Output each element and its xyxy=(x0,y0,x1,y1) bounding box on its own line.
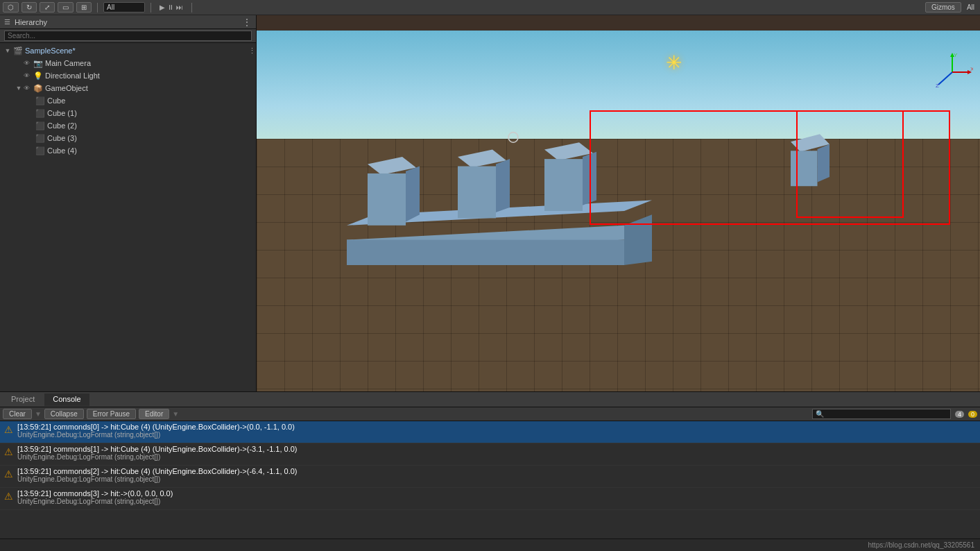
camera-icon: 📷 xyxy=(33,59,44,68)
scene-3d: ✳ xyxy=(257,31,980,391)
top-toolbar: ⬡ ↻ ⤢ ▭ ⊞ ▶ ⏸ ⏭ Gizmos All xyxy=(0,0,980,15)
light-icon: 💡 xyxy=(33,71,44,80)
layers-all-label: All xyxy=(964,3,977,11)
svg-text:X: X xyxy=(970,66,973,72)
hierarchy-search-bar xyxy=(0,29,256,43)
error-badge: 4 xyxy=(955,411,964,418)
console-search-input[interactable] xyxy=(812,409,951,419)
log-text-1: [13:59:21] commonds[1] -> hit:Cube (4) (… xyxy=(17,445,976,461)
tab-project[interactable]: Project xyxy=(3,393,43,406)
svg-marker-15 xyxy=(818,144,830,183)
gameobject-label: GameObject xyxy=(45,84,88,92)
tab-console[interactable]: Console xyxy=(44,393,89,406)
svg-line-20 xyxy=(938,72,952,85)
clear-button[interactable]: Clear xyxy=(3,409,32,419)
hierarchy-item-cube4[interactable]: ⬛ Cube (4) xyxy=(0,144,256,157)
log-text-3: [13:59:21] commonds[3] -> hit:->(0.0, 0.… xyxy=(17,489,976,505)
eye-camera[interactable]: 👁 xyxy=(24,60,30,67)
play-toolbar: ▶ ⏸ ⏭ xyxy=(157,3,186,11)
eye-gameobject[interactable]: 👁 xyxy=(24,85,30,92)
svg-marker-6 xyxy=(406,167,420,222)
gizmos-button[interactable]: Gizmos xyxy=(925,2,961,12)
hierarchy-item-cube1[interactable]: ⬛ Cube (1) xyxy=(0,107,256,119)
toolbar-separator-2 xyxy=(151,3,151,12)
url-text: https://blog.csdn.net/qq_33205561 xyxy=(868,541,974,549)
cube3-label: Cube (3) xyxy=(47,134,77,142)
cube2-icon: ⬛ xyxy=(35,121,46,130)
arrow-scene: ▼ xyxy=(3,47,12,54)
bottom-url-bar: https://blog.csdn.net/qq_33205561 xyxy=(0,539,980,551)
cube3-icon: ⬛ xyxy=(35,134,46,143)
cube4-icon: ⬛ xyxy=(35,146,46,155)
svg-marker-9 xyxy=(496,159,510,212)
gizmo-axis: X Y Z xyxy=(931,51,973,93)
hierarchy-item-main-camera[interactable]: 👁 📷 Main Camera xyxy=(0,57,256,69)
cube2-label: Cube (2) xyxy=(47,121,77,130)
log-icon-3: ⚠ xyxy=(4,491,13,502)
svg-rect-8 xyxy=(458,167,496,219)
hierarchy-item-cube[interactable]: ⬛ Cube xyxy=(0,94,256,107)
clear-dropdown[interactable]: ▼ xyxy=(35,410,42,418)
log-entry-3[interactable]: ⚠ [13:59:21] commonds[3] -> hit:->(0.0, … xyxy=(0,488,980,510)
light-label: Directional Light xyxy=(45,71,100,80)
eye-light[interactable]: 👁 xyxy=(24,72,30,79)
hierarchy-title: Hierarchy xyxy=(15,18,238,26)
toolbar-move-tool[interactable]: ⬡ xyxy=(3,2,19,12)
console-content: ⚠ [13:59:21] commonds[0] -> hit:Cube (4)… xyxy=(0,421,980,539)
hierarchy-item-dir-light[interactable]: 👁 💡 Directional Light xyxy=(0,69,256,82)
toolbar-rotate-tool[interactable]: ↻ xyxy=(22,2,37,12)
editor-dropdown[interactable]: ▼ xyxy=(172,410,179,418)
viewport-area[interactable]: ✳ xyxy=(257,15,980,391)
hierarchy-item-cube3[interactable]: ⬛ Cube (3) xyxy=(0,132,256,144)
error-pause-button[interactable]: Error Pause xyxy=(87,409,136,419)
svg-rect-5 xyxy=(368,173,406,226)
log-sub-3: UnityEngine.Debug:LogFormat (string,obje… xyxy=(17,498,976,505)
log-entry-0[interactable]: ⚠ [13:59:21] commonds[0] -> hit:Cube (4)… xyxy=(0,421,980,443)
toolbar-separator-1 xyxy=(97,3,98,12)
log-icon-2: ⚠ xyxy=(4,468,13,480)
editor-button[interactable]: Editor xyxy=(139,409,169,419)
gameobject-icon: 📦 xyxy=(33,84,44,93)
hierarchy-icon: ☰ xyxy=(4,18,10,26)
hierarchy-search-input[interactable] xyxy=(4,31,252,41)
scene-menu[interactable]: ⋮ xyxy=(248,46,256,56)
hierarchy-menu-btn[interactable]: ⋮ xyxy=(242,17,252,28)
log-main-1: [13:59:21] commonds[1] -> hit:Cube (4) (… xyxy=(17,445,976,453)
arrow-gameobject: ▼ xyxy=(14,85,24,92)
bottom-tabs: Project Console xyxy=(0,392,980,407)
hierarchy-panel: ☰ Hierarchy ⋮ ▼ 🎬 SampleScene* ⋮ 👁 📷 Mai… xyxy=(0,15,257,391)
log-main-2: [13:59:21] commonds[2] -> hit:Cube (4) (… xyxy=(17,467,976,475)
cube1-label: Cube (1) xyxy=(47,109,77,117)
toolbar-separator-3 xyxy=(191,3,192,12)
hierarchy-item-gameobject[interactable]: ▼ 👁 📦 GameObject xyxy=(0,82,256,94)
svg-rect-1 xyxy=(347,240,624,265)
main-area: ☰ Hierarchy ⋮ ▼ 🎬 SampleScene* ⋮ 👁 📷 Mai… xyxy=(0,15,980,391)
warn-badge: 0 xyxy=(968,411,977,418)
bottom-panel: Project Console Clear ▼ Collapse Error P… xyxy=(0,391,980,551)
toolbar-transform-tool[interactable]: ⊞ xyxy=(76,2,92,12)
collapse-button[interactable]: Collapse xyxy=(44,409,84,419)
move-handle-svg xyxy=(508,133,518,143)
hierarchy-content: ▼ 🎬 SampleScene* ⋮ 👁 📷 Main Camera 👁 💡 D… xyxy=(0,43,256,391)
svg-text:Z: Z xyxy=(936,83,939,89)
log-main-3: [13:59:21] commonds[3] -> hit:->(0.0, 0.… xyxy=(17,489,976,498)
toolbar-scale-tool[interactable]: ⤢ xyxy=(40,2,55,12)
log-icon-0: ⚠ xyxy=(4,424,13,435)
console-toolbar: Clear ▼ Collapse Error Pause Editor ▼ 4 … xyxy=(0,407,980,421)
toolbar-rect-tool[interactable]: ▭ xyxy=(58,2,74,12)
svg-rect-11 xyxy=(544,159,583,211)
camera-label: Main Camera xyxy=(45,59,91,67)
toolbar-search[interactable] xyxy=(103,2,145,12)
log-sub-1: UnityEngine.Debug:LogFormat (string,obje… xyxy=(17,453,976,461)
hierarchy-scene-root[interactable]: ▼ 🎬 SampleScene* ⋮ xyxy=(0,44,256,57)
svg-text:Y: Y xyxy=(954,52,958,58)
log-entry-1[interactable]: ⚠ [13:59:21] commonds[1] -> hit:Cube (4)… xyxy=(0,443,980,466)
log-text-2: [13:59:21] commonds[2] -> hit:Cube (4) (… xyxy=(17,467,976,483)
log-entry-2[interactable]: ⚠ [13:59:21] commonds[2] -> hit:Cube (4)… xyxy=(0,466,980,488)
svg-marker-12 xyxy=(583,152,596,205)
cube2-3d xyxy=(458,150,510,219)
hierarchy-header: ☰ Hierarchy ⋮ xyxy=(0,15,256,29)
scene-svg xyxy=(257,31,980,391)
scene-label: SampleScene* xyxy=(25,46,76,55)
hierarchy-item-cube2[interactable]: ⬛ Cube (2) xyxy=(0,119,256,132)
